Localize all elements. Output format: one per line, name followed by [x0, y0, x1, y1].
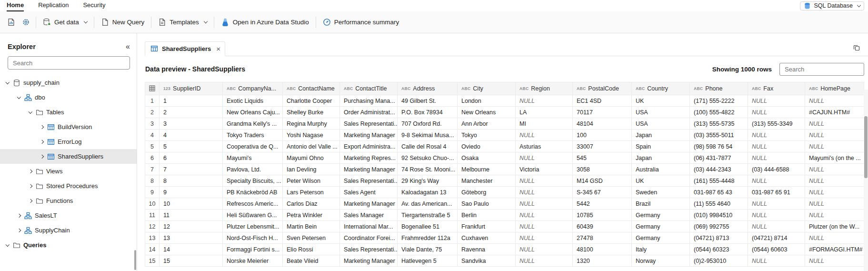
data-cell[interactable]: 15 — [160, 255, 223, 267]
column-header-region[interactable]: ABCRegion — [516, 82, 573, 95]
data-cell[interactable]: MI — [516, 118, 573, 130]
data-cell[interactable]: Petra Winkler — [283, 210, 340, 221]
data-cell[interactable]: 10 — [160, 198, 223, 210]
data-cell[interactable]: Italy — [632, 244, 690, 255]
data-cell[interactable]: NULL — [805, 210, 864, 221]
data-cell[interactable]: International Mar... — [340, 221, 398, 232]
column-header-postalcode[interactable]: ABCPostalCode — [573, 82, 632, 95]
new-query-button[interactable]: New Query — [97, 15, 149, 30]
data-cell[interactable]: Regina Murphy — [283, 118, 340, 130]
data-cell[interactable]: (069) 992755 — [690, 221, 748, 232]
data-cell[interactable]: 14 — [160, 244, 223, 255]
data-cell[interactable]: 031-987 65 43 — [690, 187, 748, 198]
row-number-cell[interactable]: 2 — [145, 107, 160, 118]
tree-item-stored-procedures[interactable]: Stored Procedures — [0, 179, 137, 193]
data-cell[interactable]: Oviedo — [458, 141, 516, 152]
data-cell[interactable]: USA — [632, 107, 690, 118]
data-cell[interactable]: Sales Representati... — [340, 118, 398, 130]
row-number-cell[interactable]: 10 — [145, 198, 160, 210]
data-cell[interactable]: Mayumi's (on the ... — [805, 152, 864, 164]
data-cell[interactable]: Marketing Repres... — [340, 152, 398, 164]
data-cell[interactable]: (161) 555-4448 — [690, 175, 748, 187]
data-cell[interactable]: Tiergartenstraße 5 — [398, 210, 458, 221]
data-cell[interactable]: Cuxhaven — [458, 232, 516, 244]
data-cell[interactable]: Peter Wilson — [283, 175, 340, 187]
data-cell[interactable]: USA — [632, 118, 690, 130]
data-cell[interactable]: Marketing Manager — [340, 164, 398, 175]
data-cell[interactable]: 11 — [160, 210, 223, 221]
data-cell[interactable]: London — [458, 95, 516, 107]
data-cell[interactable]: Export Administra... — [340, 141, 398, 152]
chevron-down-icon[interactable] — [15, 96, 23, 99]
data-cell[interactable]: Marketing Manager — [340, 198, 398, 210]
data-cell[interactable]: Shelley Burke — [283, 107, 340, 118]
tree-item-tables[interactable]: Tables — [0, 105, 137, 120]
data-cell[interactable]: Nord-Ost-Fisch H... — [223, 232, 283, 244]
table-search-input[interactable] — [779, 63, 864, 76]
data-cell[interactable]: NULL — [516, 198, 573, 210]
tree-item-buildversion[interactable]: BuildVersion — [0, 120, 137, 134]
get-data-button[interactable]: Get data — [39, 15, 91, 30]
chevron-right-icon[interactable] — [38, 155, 46, 158]
column-header-contacttitle[interactable]: ABCContactTitle — [340, 82, 398, 95]
data-cell[interactable]: 8 — [160, 175, 223, 187]
data-cell[interactable]: S-345 67 — [573, 187, 632, 198]
column-header-homepage[interactable]: ABCHomePage — [805, 82, 864, 95]
data-cell[interactable]: 3 — [160, 118, 223, 130]
data-cell[interactable]: Marketing Manager — [340, 255, 398, 267]
chevron-right-icon[interactable] — [15, 229, 23, 232]
chevron-down-icon[interactable] — [4, 81, 11, 84]
data-cell[interactable]: Berlin — [458, 210, 516, 221]
data-cell[interactable]: Beate Vileid — [283, 255, 340, 267]
data-cell[interactable]: Grandma Kelly's ... — [223, 118, 283, 130]
data-cell[interactable]: Refrescos Americ... — [223, 198, 283, 210]
data-cell[interactable]: #FORMAGGI.HTM# — [805, 244, 864, 255]
data-cell[interactable]: 100 — [573, 130, 632, 141]
data-cell[interactable]: NULL — [748, 255, 805, 267]
data-cell[interactable]: Ravenna — [458, 244, 516, 255]
data-cell[interactable]: Sales Representati... — [340, 244, 398, 255]
data-cell[interactable]: Viale Dante, 75 — [398, 244, 458, 255]
data-cell[interactable]: 48100 — [573, 244, 632, 255]
menu-tab-replication[interactable]: Replication — [38, 0, 69, 11]
data-cell[interactable]: 33007 — [573, 141, 632, 152]
tree-item-queries[interactable]: Queries — [0, 238, 137, 252]
column-header-address[interactable]: ABCAddress — [398, 82, 458, 95]
data-cell[interactable]: NULL — [805, 130, 864, 141]
tree-item-dbo[interactable]: dbo — [0, 90, 137, 105]
data-cell[interactable]: Mayumi Ohno — [283, 152, 340, 164]
data-cell[interactable]: Frahmredder 112a — [398, 232, 458, 244]
row-number-cell[interactable]: 12 — [145, 221, 160, 232]
data-cell[interactable]: Tokyo — [458, 130, 516, 141]
row-number-cell[interactable]: 4 — [145, 130, 160, 141]
data-cell[interactable]: Victoria — [516, 164, 573, 175]
data-cell[interactable]: (03) 444-6588 — [748, 164, 805, 175]
data-cell[interactable]: NULL — [748, 95, 805, 107]
data-cell[interactable]: 13 — [160, 232, 223, 244]
data-cell[interactable]: Spain — [632, 141, 690, 152]
data-cell[interactable]: NULL — [748, 175, 805, 187]
column-header-fax[interactable]: ABCFax — [748, 82, 805, 95]
data-cell[interactable]: NULL — [748, 130, 805, 141]
data-cell[interactable]: Specialty Biscuits, ... — [223, 175, 283, 187]
data-cell[interactable]: 10785 — [573, 210, 632, 221]
row-number-cell[interactable]: 6 — [145, 152, 160, 164]
data-cell[interactable]: (03) 444-2343 — [690, 164, 748, 175]
collapse-explorer-icon[interactable]: « — [126, 43, 130, 50]
data-cell[interactable]: Ann Arbor — [458, 118, 516, 130]
performance-summary-button[interactable]: Performance summary — [319, 15, 404, 30]
data-cell[interactable]: Pavlova, Ltd. — [223, 164, 283, 175]
data-cell[interactable]: NULL — [516, 221, 573, 232]
new-report-button[interactable] — [4, 15, 19, 30]
row-number-cell[interactable]: 9 — [145, 187, 160, 198]
data-cell[interactable]: P.O. Box 78934 — [398, 107, 458, 118]
data-cell[interactable]: Charlotte Cooper — [283, 95, 340, 107]
column-header-companyna[interactable]: ABCCompanyNa... — [223, 82, 283, 95]
data-cell[interactable]: NULL — [805, 164, 864, 175]
data-cell[interactable]: Sweden — [632, 187, 690, 198]
data-cell[interactable]: 48104 — [573, 118, 632, 130]
chevron-right-icon[interactable] — [38, 141, 46, 143]
data-cell[interactable]: NULL — [516, 187, 573, 198]
data-cell[interactable]: (11) 555 4640 — [690, 198, 748, 210]
data-cell[interactable]: (0544) 60603 — [748, 244, 805, 255]
